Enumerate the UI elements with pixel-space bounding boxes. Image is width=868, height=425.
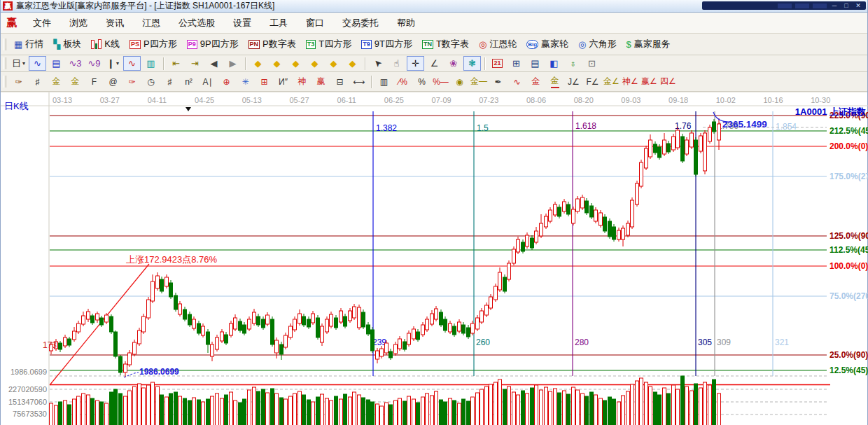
candle[interactable]: [257, 316, 260, 325]
candle[interactable]: [617, 230, 621, 239]
calendar-21-button[interactable]: 21: [489, 56, 506, 71]
candle[interactable]: [685, 140, 689, 154]
volume-bar[interactable]: [576, 390, 580, 425]
kline-style-button[interactable]: 日▾: [10, 56, 27, 71]
candle[interactable]: [489, 297, 493, 308]
candle[interactable]: [271, 319, 274, 344]
candle[interactable]: [114, 332, 118, 356]
volume-bar[interactable]: [462, 399, 465, 425]
winner-wheel-button[interactable]: Big赢家轮: [522, 38, 573, 50]
percent-button[interactable]: %: [413, 74, 430, 89]
first-bar-button[interactable]: ⇤: [167, 56, 185, 71]
candle[interactable]: [576, 199, 580, 211]
win-tool-button[interactable]: 赢: [312, 74, 330, 89]
candle[interactable]: [330, 314, 333, 326]
candle[interactable]: [718, 124, 721, 140]
candle[interactable]: [380, 349, 384, 356]
candle[interactable]: [476, 318, 479, 329]
candle[interactable]: [202, 326, 205, 335]
t-number-table-button[interactable]: TNT数字表: [417, 38, 474, 50]
volume-bar[interactable]: [412, 399, 416, 425]
star-rays-button[interactable]: ✳: [237, 74, 254, 89]
menu-item-浏览[interactable]: 浏览: [60, 17, 97, 29]
candle[interactable]: [142, 316, 146, 332]
volume-bar[interactable]: [59, 402, 62, 425]
volume-bar[interactable]: [690, 391, 694, 425]
volume-bar[interactable]: [667, 393, 671, 425]
span-arrows-button[interactable]: ⟷: [350, 74, 368, 89]
volume-bar[interactable]: [321, 394, 324, 425]
volume-bar[interactable]: [494, 382, 498, 425]
volume-bar[interactable]: [253, 387, 256, 425]
volume-bar[interactable]: [169, 393, 173, 425]
gann-flower-button[interactable]: ❀: [444, 56, 462, 71]
volume-bar[interactable]: [658, 395, 662, 425]
volume-bar[interactable]: [426, 393, 429, 425]
candle[interactable]: [340, 311, 343, 322]
sectors-button[interactable]: ▚板块: [48, 38, 86, 50]
expand-h-button[interactable]: ◆: [287, 56, 304, 71]
quotes-button[interactable]: ▦行情: [9, 38, 48, 50]
candle[interactable]: [572, 209, 575, 223]
zigzag-blue-button[interactable]: ∿: [29, 56, 46, 71]
menu-item-公式选股[interactable]: 公式选股: [169, 17, 224, 29]
spiral-button[interactable]: @: [104, 74, 122, 89]
pointer-button[interactable]: ➤: [369, 56, 386, 71]
candle[interactable]: [100, 318, 104, 325]
close-button[interactable]: ✕: [854, 2, 862, 9]
candle[interactable]: [421, 325, 425, 335]
candle[interactable]: [471, 323, 475, 333]
volume-bar[interactable]: [353, 392, 356, 425]
volume-bar[interactable]: [96, 400, 99, 425]
candle[interactable]: [554, 204, 557, 215]
crosshair-button[interactable]: ✛: [407, 56, 424, 71]
volume-bar[interactable]: [385, 403, 388, 425]
workstation-button[interactable]: ⊡: [583, 56, 601, 71]
candle[interactable]: [371, 330, 374, 351]
candle[interactable]: [248, 319, 251, 329]
candle[interactable]: [188, 314, 192, 325]
candle[interactable]: [503, 277, 507, 291]
volume-bar[interactable]: [302, 395, 306, 425]
volume-bar[interactable]: [407, 396, 411, 425]
volume-bar[interactable]: [119, 393, 122, 425]
volume-bar[interactable]: [142, 388, 146, 425]
volume-bar[interactable]: [128, 391, 132, 425]
volume-bar[interactable]: [156, 386, 160, 425]
candle[interactable]: [358, 307, 361, 328]
candle[interactable]: [398, 339, 402, 349]
candle[interactable]: [178, 304, 182, 314]
candle[interactable]: [649, 140, 652, 157]
volume-bar[interactable]: [581, 393, 584, 425]
volume-bar[interactable]: [585, 396, 589, 425]
candle[interactable]: [494, 286, 498, 300]
volume-bar[interactable]: [202, 402, 205, 425]
volume-bar[interactable]: [563, 391, 566, 425]
candle[interactable]: [147, 300, 150, 318]
candle[interactable]: [110, 316, 113, 332]
mirror-a-button[interactable]: A∣: [199, 74, 216, 89]
volume-bar[interactable]: [594, 395, 598, 425]
candle[interactable]: [192, 319, 196, 328]
candle[interactable]: [540, 223, 543, 236]
menu-item-交易委托[interactable]: 交易委托: [333, 17, 388, 29]
candle[interactable]: [603, 217, 607, 231]
candle[interactable]: [326, 319, 329, 332]
gold-circle-button[interactable]: ◉: [451, 74, 468, 89]
candle[interactable]: [59, 343, 62, 349]
candle[interactable]: [599, 213, 603, 225]
volume-bar[interactable]: [522, 391, 525, 425]
candle[interactable]: [449, 323, 452, 332]
candle[interactable]: [174, 295, 178, 309]
candle[interactable]: [631, 200, 634, 227]
volume-bar[interactable]: [50, 403, 53, 425]
candle[interactable]: [362, 312, 365, 327]
volume-bar[interactable]: [225, 395, 228, 425]
f-angle-button[interactable]: F∠: [584, 74, 601, 89]
candle[interactable]: [353, 307, 356, 318]
volume-bar[interactable]: [206, 399, 210, 425]
menu-item-帮助[interactable]: 帮助: [388, 17, 424, 29]
volume-bar[interactable]: [271, 389, 274, 425]
candle[interactable]: [138, 330, 141, 344]
volume-bar[interactable]: [298, 391, 302, 425]
